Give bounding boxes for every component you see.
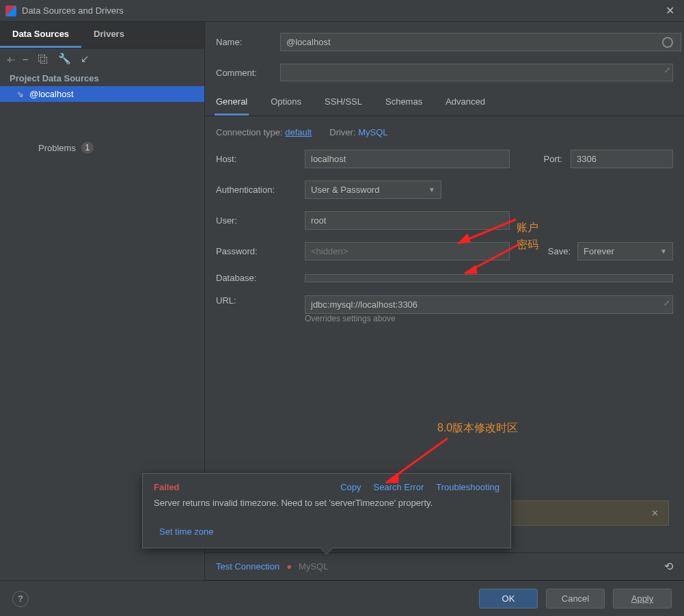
remove-icon[interactable]: − [23, 53, 29, 65]
tab-schemas[interactable]: Schemas [384, 92, 424, 116]
config-tabs: General Options SSH/SSL Schemas Advanced [205, 84, 684, 116]
test-connection-link[interactable]: Test Connection [216, 561, 279, 572]
set-timezone-link[interactable]: Set time zone [154, 526, 214, 537]
help-button[interactable]: ? [12, 591, 29, 607]
cancel-button[interactable]: Cancel [546, 589, 605, 608]
host-label: Host: [216, 154, 297, 164]
color-picker-icon[interactable] [662, 37, 673, 48]
save-label: Save: [548, 246, 571, 256]
chevron-down-icon: ▼ [428, 186, 435, 193]
tooltip-failed-label: Failed [154, 482, 180, 492]
tree-header-project: Project Data Sources [0, 69, 204, 86]
problems-item[interactable]: Problems 1 [0, 136, 204, 159]
tab-data-sources[interactable]: Data Sources [0, 22, 81, 48]
port-label: Port: [544, 154, 562, 164]
close-banner-icon[interactable]: ✕ [651, 508, 659, 518]
title-bar: Data Sources and Drivers ✕ [0, 0, 684, 22]
datasource-icon: ⇘ [16, 89, 24, 99]
problems-label: Problems [38, 143, 76, 153]
connection-type-link[interactable]: default [285, 127, 312, 137]
datasource-item[interactable]: ⇘ @localhost [0, 86, 204, 102]
driver-link[interactable]: MySQL [358, 127, 387, 137]
apply-button[interactable]: Apply [613, 589, 672, 608]
revert-icon[interactable]: ↙ [81, 53, 90, 65]
driver-label: Driver: [329, 127, 355, 137]
url-label: URL: [216, 295, 297, 306]
error-icon: ● [286, 561, 292, 572]
problems-count-badge: 1 [81, 142, 94, 154]
expand-comment-icon[interactable]: ⤢ [664, 66, 670, 75]
comment-label: Comment: [216, 68, 280, 78]
app-icon [5, 5, 16, 16]
ok-button[interactable]: OK [479, 589, 538, 608]
duplicate-icon[interactable]: ⿻ [38, 53, 49, 65]
connection-info-row: Connection type: default Driver: MySQL [216, 127, 673, 137]
wrench-icon[interactable]: 🔧 [58, 53, 71, 65]
save-select[interactable]: Forever ▼ [577, 242, 673, 260]
tooltip-troubleshooting-link[interactable]: Troubleshooting [436, 482, 500, 492]
tab-ssh-ssl[interactable]: SSH/SSL [323, 92, 364, 116]
port-input[interactable]: 3306 [571, 150, 673, 168]
chevron-down-icon: ▼ [660, 247, 667, 255]
url-hint: Overrides settings above [305, 314, 673, 323]
name-label: Name: [216, 37, 280, 47]
expand-url-icon[interactable]: ⤢ [664, 299, 670, 308]
host-input[interactable]: localhost [305, 150, 510, 168]
close-icon[interactable]: ✕ [661, 4, 679, 17]
connection-type-label: Connection type: [216, 127, 283, 137]
save-value: Forever [584, 246, 614, 256]
test-driver-label: MySQL [299, 561, 328, 572]
tooltip-message: Server returns invalid timezone. Need to… [154, 496, 500, 510]
auth-value: User & Password [311, 185, 379, 195]
add-icon[interactable]: + [7, 53, 13, 65]
test-connection-row: Test Connection ● MySQL ⟲ [205, 552, 684, 580]
datasource-label: @localhost [29, 89, 74, 99]
reset-icon[interactable]: ⟲ [664, 560, 673, 573]
user-label: User: [216, 215, 297, 226]
password-label: Password: [216, 246, 297, 256]
database-label: Database: [216, 273, 297, 283]
tab-drivers[interactable]: Drivers [81, 22, 137, 48]
name-input[interactable]: @localhost [280, 33, 681, 51]
database-input[interactable] [305, 274, 673, 282]
auth-select[interactable]: User & Password ▼ [305, 180, 441, 199]
url-value: jdbc:mysql://localhost:3306 [311, 299, 418, 310]
window-title: Data Sources and Drivers [22, 5, 661, 16]
tooltip-search-error-link[interactable]: Search Error [374, 482, 424, 492]
left-tabs: Data Sources Drivers [0, 22, 204, 49]
user-input[interactable]: root [305, 211, 510, 230]
error-tooltip: Failed Copy Search Error Troubleshooting… [142, 473, 511, 548]
left-toolbar: + − ⿻ 🔧 ↙ ← → [0, 49, 204, 69]
tab-general[interactable]: General [215, 92, 249, 116]
url-input[interactable]: jdbc:mysql://localhost:3306 ⤢ [305, 295, 673, 314]
tooltip-copy-link[interactable]: Copy [340, 482, 361, 492]
password-input[interactable]: <hidden> [305, 242, 510, 260]
comment-input[interactable] [280, 64, 673, 81]
auth-label: Authentication: [216, 185, 297, 195]
tab-advanced[interactable]: Advanced [444, 92, 487, 116]
tab-options[interactable]: Options [269, 92, 303, 116]
dialog-footer: ? OK Cancel Apply [0, 580, 684, 616]
